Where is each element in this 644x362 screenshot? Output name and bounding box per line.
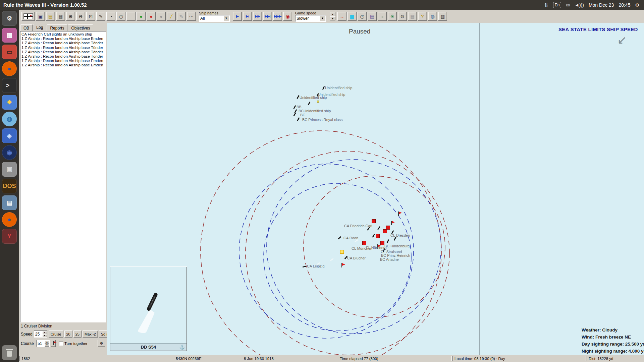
log-list[interactable]: CA Friedrich Carl sights an unknown ship… — [20, 31, 106, 322]
checkbox-box[interactable] — [59, 342, 63, 346]
firefox-2-icon[interactable]: ● — [2, 212, 17, 227]
yellow-line-button[interactable]: ╱ — [167, 12, 176, 21]
tactical-map[interactable]: Paused SEA STATE LIMITS SHIP SPEED ↙ Uni… — [107, 23, 644, 355]
signal-flags-button[interactable]: ▤ — [368, 12, 377, 21]
keyboard-layout-indicator[interactable]: En — [553, 2, 561, 8]
time-step-4-button[interactable]: ▶▶| — [263, 12, 272, 21]
spin-up-icon[interactable]: ▲ — [330, 12, 335, 16]
status-cell: Time elapsed 77 (800) — [338, 356, 452, 361]
spin-down-icon[interactable]: ▼ — [330, 16, 335, 20]
division-settings-button[interactable]: ⚙ — [98, 340, 105, 347]
speed-preset-button[interactable]: Max -2 — [83, 330, 98, 338]
green-marker-button[interactable]: ● — [137, 12, 146, 21]
system-tray: ⇅ En ✉ ◄))) Mon Dec 23 20:45 ⚙ — [544, 2, 644, 8]
speed-spinbox[interactable]: 25 ▲▼ — [34, 330, 47, 338]
log-entry: 1 Z Airship : Recon land on Airship base… — [21, 50, 105, 54]
zoom-region-button[interactable]: ⊡ — [86, 12, 95, 21]
workspace-grid-icon[interactable]: ▦ — [2, 28, 17, 43]
stopwatch-button[interactable]: ◷ — [358, 12, 367, 21]
time-step-1-button[interactable]: ▶ — [233, 12, 242, 21]
text-editor-icon[interactable]: ▤ — [2, 195, 17, 210]
zoom-in-button[interactable]: ⊕ — [66, 12, 75, 21]
clock-date[interactable]: Mon Dec 23 — [589, 2, 614, 8]
orders-note-button[interactable]: ▤ — [46, 12, 55, 21]
clock-time[interactable]: 20:45 — [619, 2, 630, 8]
turn-together-checkbox[interactable]: Turn together — [59, 342, 88, 346]
network-arrows-icon[interactable]: ⇅ — [544, 2, 548, 8]
session-gear-icon[interactable]: ⚙ — [635, 2, 639, 8]
formation-tree-button[interactable]: ✳ — [388, 12, 397, 21]
log-entry: 1 Z Airship : Recon land on Airship base… — [21, 41, 105, 45]
software-center-icon[interactable]: ❖ — [2, 95, 17, 110]
target-select-button[interactable]: ⊚ — [398, 12, 407, 21]
spin-down-icon[interactable]: ▼ — [42, 334, 47, 337]
yellow-contact-dot[interactable] — [317, 101, 319, 103]
ship-preview-panel[interactable]: DD S54 ⚓ — [110, 267, 187, 351]
spin-up-icon[interactable]: ▲ — [42, 331, 47, 334]
map-view-button[interactable]: ▆ — [347, 12, 357, 21]
chevron-down-icon[interactable]: ▼ — [223, 16, 229, 21]
gray-pencil-button[interactable]: ✎ — [177, 12, 186, 21]
system-settings-icon[interactable]: ⚙ — [2, 11, 17, 26]
enemy-unit-marker[interactable] — [383, 229, 387, 233]
enemy-unit-marker[interactable] — [380, 241, 384, 245]
weather-line: Night sighting range: 4,000 yds — [582, 348, 644, 355]
help-button[interactable]: ? — [418, 12, 427, 21]
disk-drive-icon[interactable]: ▭ — [2, 45, 17, 59]
blue-globe-icon[interactable]: ◍ — [2, 112, 17, 126]
formation-knob-button[interactable]: ◉ — [283, 12, 292, 21]
course-flag-button[interactable] — [51, 340, 56, 347]
enemy-unit-marker[interactable] — [376, 234, 380, 238]
volume-icon[interactable]: ◄))) — [575, 2, 584, 8]
selected-ship-marker[interactable] — [340, 250, 344, 254]
spin-down-icon[interactable]: ▼ — [45, 344, 49, 347]
game-speed-select[interactable]: Slower ▼ — [295, 15, 326, 22]
dosbox-icon[interactable]: DOS — [2, 179, 17, 193]
time-step-5-button[interactable]: ▶▶▶ — [273, 12, 282, 21]
flag-marker[interactable] — [377, 244, 378, 249]
spin-up-icon[interactable]: ▲ — [45, 341, 49, 344]
enemy-unit-marker[interactable] — [362, 241, 366, 245]
flag-marker[interactable] — [398, 212, 399, 216]
save-button[interactable]: ▣ — [36, 12, 45, 21]
trash-icon[interactable] — [2, 345, 17, 360]
terminal-icon[interactable]: >_ — [2, 78, 17, 93]
zoom-out-button[interactable]: ⊖ — [76, 12, 85, 21]
disabled-tool-button[interactable]: ▦ — [408, 12, 417, 21]
remove-line-button[interactable]: — — [126, 12, 136, 21]
trash-lid — [6, 349, 13, 350]
clock-button[interactable]: ◷ — [116, 12, 125, 21]
chevron-down-icon[interactable]: ▼ — [320, 16, 325, 21]
wine-icon[interactable]: Y — [2, 229, 17, 244]
anchor-icon[interactable]: ⚓ — [179, 345, 185, 350]
ship-names-select[interactable]: All ▼ — [199, 15, 230, 22]
time-step-2-button[interactable]: ▶| — [243, 12, 252, 21]
red-marker-button[interactable]: ● — [147, 12, 156, 21]
more-tools-button[interactable]: ⋯ — [187, 12, 196, 21]
enemy-unit-marker[interactable] — [372, 219, 376, 223]
preview-ship-name: DD S54 — [141, 345, 156, 350]
german-ensign-flag-button[interactable] — [21, 12, 35, 21]
mail-icon[interactable]: ✉ — [566, 2, 570, 8]
compass-button[interactable]: ◔ — [106, 12, 115, 21]
flag-icon — [53, 341, 54, 345]
course-spinbox[interactable]: 51 ▲▼ — [36, 340, 50, 347]
gray-marker-button[interactable]: ● — [157, 12, 166, 21]
speed-preset-button[interactable]: 25 — [73, 330, 82, 338]
keyring-icon[interactable]: ◉ — [2, 145, 17, 160]
draw-tool-button[interactable]: ✎ — [96, 12, 105, 21]
end-turn-arrow-button[interactable]: → — [337, 12, 346, 21]
speed-preset-button[interactable]: 20 — [64, 330, 72, 338]
firefox-icon[interactable]: ● — [2, 61, 17, 76]
flag-marker[interactable] — [341, 263, 342, 267]
archive-icon[interactable]: ▣ — [2, 162, 17, 177]
world-map-button[interactable]: ◍ — [428, 12, 437, 21]
print-button[interactable]: ▥ — [438, 12, 447, 21]
screenshot-button[interactable]: ▦ — [56, 12, 65, 21]
speed-preset-button[interactable]: Cruise — [49, 330, 63, 338]
flag-marker[interactable] — [391, 221, 392, 225]
time-step-buttons: ▶▶|▶▶▶▶|▶▶▶ — [233, 12, 282, 21]
virtualbox-icon[interactable]: ◈ — [2, 128, 17, 143]
damage-chart-button[interactable]: ≈ — [378, 12, 387, 21]
time-step-3-button[interactable]: ▶▶ — [253, 12, 262, 21]
